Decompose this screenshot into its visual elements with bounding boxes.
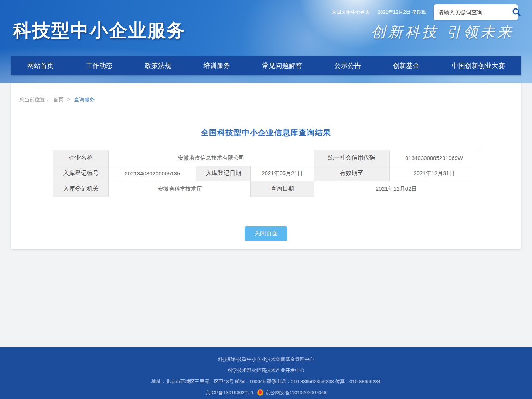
nav-item-innovation-contest[interactable]: 中国创新创业大赛 [448,61,509,70]
main-nav: 网站首页 工作动态 政策法规 培训服务 常见问题解答 公示公告 创新基金 中国创… [11,56,521,75]
breadcrumb-divider [11,108,521,108]
footer-contact-line: 地址：北京市西城区三里河二区甲18号 邮编：100045 联系电话：010-88… [0,376,532,387]
police-badge-icon [257,389,263,396]
table-row: 入库登记编号 202134030200005135 入库登记日期 2021年05… [53,166,479,181]
breadcrumb-current-link[interactable]: 查询服务 [74,96,95,102]
nav-item-work-news[interactable]: 工作动态 [82,61,116,70]
table-row: 入库登记机关 安徽省科学技术厅 查询日期 2021年12月02日 [53,181,479,197]
query-date-value: 2021年12月02日 [314,181,479,197]
search-box [434,4,518,20]
query-date-label: 查询日期 [251,181,314,197]
close-page-button[interactable]: 关闭页面 [245,226,287,241]
footer-org-line-2: 科学技术部火炬高技术产业开发中心 [0,365,532,376]
breadcrumb: 您当前位置：首页>查询服务 [11,83,521,103]
back-to-torch-home-link[interactable]: 返回火炬中心首页 [332,9,370,16]
credit-code-value: 91340300085231069W [389,150,479,166]
site-header: 返回火炬中心首页 2021年12月2日 星期四 科技型中小企业服务 创新科技 引… [0,0,532,83]
page-title: 全国科技型中小企业信息库查询结果 [11,127,521,138]
nav-item-announcements[interactable]: 公示公告 [331,61,365,70]
search-button[interactable] [512,7,521,17]
content-panel: 您当前位置：首页>查询服务 全国科技型中小企业信息库查询结果 企业名称 安徽塔孜… [11,83,521,249]
registration-agency-label: 入库登记机关 [53,181,109,197]
registration-date-value: 2021年05月21日 [251,166,314,181]
site-footer: 科技部科技型中小企业技术创新基金管理中心 科学技术部火炬高技术产业开发中心 地址… [0,347,532,399]
nav-item-home[interactable]: 网站首页 [24,61,58,70]
footer-org-line-1: 科技部科技型中小企业技术创新基金管理中心 [0,354,532,365]
valid-until-value: 2021年12月31日 [389,166,479,181]
registration-date-label: 入库登记日期 [196,166,251,181]
company-name-label: 企业名称 [53,150,109,166]
main-area: 您当前位置：首页>查询服务 全国科技型中小企业信息库查询结果 企业名称 安徽塔孜… [0,83,532,347]
breadcrumb-home-link[interactable]: 首页 [53,96,64,102]
registration-agency-value: 安徽省科学技术厅 [109,181,251,197]
credit-code-label: 统一社会信用代码 [314,150,389,166]
nav-item-innovation-fund[interactable]: 创新基金 [389,61,423,70]
search-input[interactable] [438,9,512,16]
footer-record-line: 京ICP备13019302号-1京公网安备11010202007048 [0,387,532,398]
query-result-table: 企业名称 安徽塔孜信息技术有限公司 统一社会信用代码 9134030008523… [53,150,479,197]
site-slogan: 创新科技 引领未来 [371,22,514,42]
site-logo-title: 科技型中小企业服务 [13,18,186,43]
current-date: 2021年12月2日 星期四 [378,9,426,16]
registration-number-value: 202134030200005135 [109,166,196,181]
breadcrumb-separator: > [67,96,70,102]
nav-item-policies[interactable]: 政策法规 [141,61,175,70]
registration-number-label: 入库登记编号 [53,166,109,181]
nav-item-faq[interactable]: 常见问题解答 [259,61,306,70]
valid-until-label: 有效期至 [314,166,389,181]
breadcrumb-prefix: 您当前位置： [19,96,50,102]
company-name-value: 安徽塔孜信息技术有限公司 [109,150,314,166]
icp-record-link[interactable]: 京ICP备13019302号-1 [205,390,253,395]
header-top-row: 返回火炬中心首页 2021年12月2日 星期四 [332,4,518,20]
nav-item-training[interactable]: 培训服务 [200,61,234,70]
table-row: 企业名称 安徽塔孜信息技术有限公司 统一社会信用代码 9134030008523… [53,150,479,166]
search-icon [512,7,521,17]
security-record-link[interactable]: 京公网安备11010202007048 [265,390,326,395]
